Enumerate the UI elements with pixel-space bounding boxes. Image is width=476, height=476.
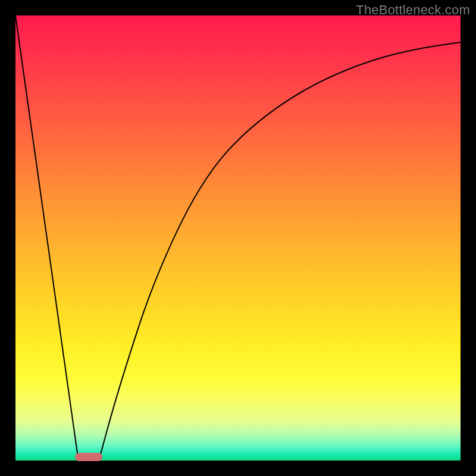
optimal-marker xyxy=(75,453,102,461)
plot-area xyxy=(15,15,461,461)
watermark-text: TheBottleneck.com xyxy=(356,2,470,18)
